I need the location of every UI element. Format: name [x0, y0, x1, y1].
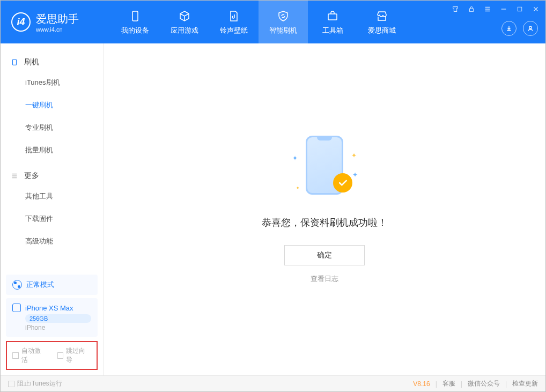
download-button[interactable] [501, 21, 517, 36]
close-icon[interactable] [532, 5, 540, 13]
nav-label: 智能刷机 [269, 26, 297, 35]
svg-rect-1 [328, 14, 337, 20]
minimize-icon[interactable] [499, 5, 508, 13]
checkbox-skip-wizard[interactable]: 跳过向导 [57, 346, 92, 365]
menu-icon[interactable] [483, 5, 492, 13]
nav-tab-flash[interactable]: 智能刷机 [259, 1, 308, 43]
confirm-button[interactable]: 确定 [284, 245, 365, 265]
view-log-link[interactable]: 查看日志 [311, 274, 338, 284]
sidebar: 刷机 iTunes刷机 一键刷机 专业刷机 批量刷机 更多 其他工具 下载固件 … [1, 43, 104, 375]
sidebar-section-title: 刷机 [24, 57, 39, 67]
main-content: ✦ ✦ • ✦ 恭喜您，保资料刷机成功啦！ 确定 查看日志 [104, 43, 545, 375]
sidebar-item-itunes-flash[interactable]: iTunes刷机 [1, 71, 103, 94]
device-small-icon [12, 304, 21, 312]
sidebar-section-title: 更多 [24, 171, 39, 181]
header-right-buttons [501, 21, 538, 36]
mode-card[interactable]: 正常模式 [6, 275, 98, 295]
app-logo-icon: i4 [11, 12, 31, 32]
store-icon [374, 9, 389, 24]
footer: 阻止iTunes运行 V8.16 | 客服 | 微信公众号 | 检查更新 [1, 375, 545, 391]
music-file-icon [226, 9, 241, 24]
sidebar-item-pro-flash[interactable]: 专业刷机 [1, 116, 103, 139]
footer-link-wechat[interactable]: 微信公众号 [468, 379, 500, 388]
window-controls [451, 5, 540, 13]
nav-tabs: 我的设备 应用游戏 铃声壁纸 智能刷机 工具箱 爱思商城 [110, 1, 407, 43]
phone-icon [10, 58, 19, 66]
checkbox-block-itunes[interactable]: 阻止iTunes运行 [8, 379, 62, 388]
nav-tab-my-device[interactable]: 我的设备 [110, 1, 160, 43]
footer-link-update[interactable]: 检查更新 [512, 379, 538, 388]
nav-label: 应用游戏 [171, 26, 198, 35]
logo-area: i4 爱思助手 www.i4.cn [1, 12, 108, 33]
check-badge-icon [333, 173, 352, 193]
device-icon [128, 9, 143, 24]
checkbox-label: 跳过向导 [66, 346, 91, 365]
logo-text: 爱思助手 www.i4.cn [36, 12, 79, 33]
sidebar-section-more: 更多 [1, 167, 103, 185]
sidebar-item-download-firmware[interactable]: 下载固件 [1, 208, 103, 230]
footer-right: V8.16 | 客服 | 微信公众号 | 检查更新 [413, 379, 538, 388]
user-button[interactable] [523, 21, 538, 36]
footer-left: 阻止iTunes运行 [8, 379, 62, 388]
maximize-icon[interactable] [515, 5, 524, 13]
success-illustration: ✦ ✦ • ✦ [282, 136, 367, 200]
sidebar-bottom: 正常模式 iPhone XS Max 256GB iPhone 自动激活 跳过向… [1, 271, 103, 375]
nav-label: 我的设备 [121, 26, 149, 35]
version-label: V8.16 [413, 380, 430, 388]
shield-refresh-icon [276, 9, 291, 24]
checkbox-label: 自动激活 [21, 346, 47, 365]
flash-options-box: 自动激活 跳过向导 [6, 341, 98, 370]
checkbox-icon [8, 381, 14, 387]
device-name: iPhone XS Max [25, 304, 73, 312]
sparkle-icon: ✦ [351, 152, 357, 159]
sparkle-icon: ✦ [292, 154, 298, 162]
app-title: 爱思助手 [36, 12, 79, 26]
sparkle-icon: ✦ [352, 171, 358, 179]
svg-rect-3 [518, 7, 522, 11]
cube-icon [177, 9, 192, 24]
svg-point-4 [529, 26, 532, 28]
svg-rect-2 [470, 9, 474, 11]
sparkle-icon: • [297, 184, 299, 192]
sidebar-item-oneclick-flash[interactable]: 一键刷机 [1, 94, 103, 116]
mode-label: 正常模式 [26, 280, 54, 290]
app-header: i4 爱思助手 www.i4.cn 我的设备 应用游戏 铃声壁纸 智能刷机 工具… [1, 1, 545, 43]
sidebar-item-advanced[interactable]: 高级功能 [1, 230, 103, 253]
sidebar-item-batch-flash[interactable]: 批量刷机 [1, 139, 103, 161]
nav-tab-ringtones[interactable]: 铃声壁纸 [209, 1, 259, 43]
nav-tab-apps[interactable]: 应用游戏 [160, 1, 209, 43]
tshirt-icon[interactable] [451, 5, 460, 13]
device-storage: 256GB [25, 314, 91, 323]
svg-rect-5 [13, 60, 17, 65]
separator: | [505, 380, 507, 388]
app-body: 刷机 iTunes刷机 一键刷机 专业刷机 批量刷机 更多 其他工具 下载固件 … [1, 43, 545, 375]
device-card[interactable]: iPhone XS Max 256GB iPhone [6, 298, 98, 337]
checkbox-icon [57, 352, 64, 359]
nav-label: 爱思商城 [368, 26, 396, 35]
checkbox-auto-activate[interactable]: 自动激活 [12, 346, 47, 365]
checkbox-label: 阻止iTunes运行 [17, 379, 62, 388]
footer-link-service[interactable]: 客服 [442, 379, 455, 388]
lock-icon[interactable] [467, 5, 476, 13]
success-message: 恭喜您，保资料刷机成功啦！ [262, 216, 387, 229]
separator: | [436, 380, 437, 388]
toolbox-icon [325, 9, 340, 24]
mode-icon [12, 280, 22, 290]
nav-tab-store[interactable]: 爱思商城 [357, 1, 407, 43]
checkbox-icon [12, 352, 19, 359]
separator: | [461, 380, 462, 388]
nav-label: 铃声壁纸 [220, 26, 248, 35]
sidebar-item-other-tools[interactable]: 其他工具 [1, 185, 103, 208]
nav-tab-toolbox[interactable]: 工具箱 [308, 1, 357, 43]
app-url: www.i4.cn [36, 26, 79, 33]
device-type: iPhone [25, 324, 91, 331]
list-icon [10, 172, 19, 180]
sidebar-section-flash: 刷机 [1, 53, 103, 71]
device-row: iPhone XS Max [12, 304, 91, 312]
nav-label: 工具箱 [322, 26, 343, 35]
svg-rect-0 [132, 11, 138, 21]
